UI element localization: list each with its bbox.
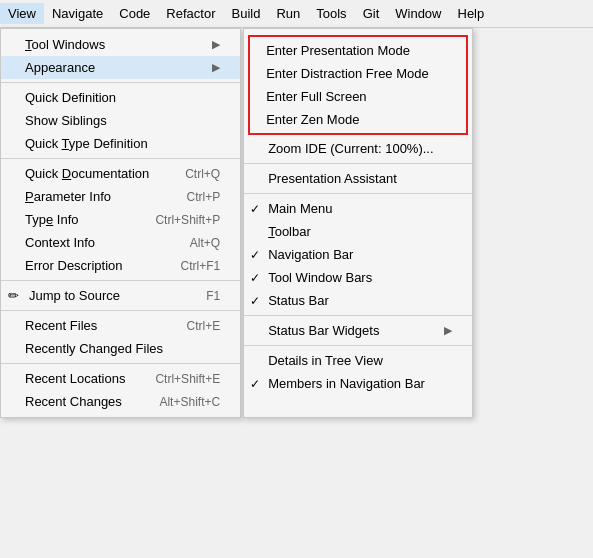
menu-quick-type-definition[interactable]: Quick Type Definition <box>1 132 240 155</box>
toolbar-label: Toolbar <box>268 224 311 239</box>
navigation-bar-label: Navigation Bar <box>268 247 353 262</box>
menu-quick-definition[interactable]: Quick Definition <box>1 86 240 109</box>
menubar-window[interactable]: Window <box>387 3 449 24</box>
members-in-navigation-bar-checkmark: ✓ <box>250 377 260 391</box>
appearance-label: Appearance <box>25 60 95 75</box>
show-siblings-label: Show Siblings <box>25 113 107 128</box>
enter-zen-mode-label: Enter Zen Mode <box>266 112 359 127</box>
menubar-navigate[interactable]: Navigate <box>44 3 111 24</box>
menu-presentation-assistant[interactable]: Presentation Assistant <box>244 167 472 190</box>
status-bar-label: Status Bar <box>268 293 329 308</box>
menu-parameter-info[interactable]: Parameter Info Ctrl+P <box>1 185 240 208</box>
type-info-label: Type Info <box>25 212 79 227</box>
menu-navigation-bar[interactable]: ✓ Navigation Bar <box>244 243 472 266</box>
context-info-label: Context Info <box>25 235 95 250</box>
menu-tool-windows[interactable]: Tool Windows ▶ <box>1 33 240 56</box>
menu-tool-window-bars[interactable]: ✓ Tool Window Bars <box>244 266 472 289</box>
main-menu-checkmark: ✓ <box>250 202 260 216</box>
tool-window-bars-label: Tool Window Bars <box>268 270 372 285</box>
menu-status-bar-widgets[interactable]: Status Bar Widgets ▶ <box>244 319 472 342</box>
separator-2 <box>1 158 240 159</box>
menu-toolbar[interactable]: Toolbar <box>244 220 472 243</box>
status-bar-checkmark: ✓ <box>250 294 260 308</box>
menu-main-menu[interactable]: ✓ Main Menu <box>244 197 472 220</box>
members-in-navigation-bar-label: Members in Navigation Bar <box>268 376 425 391</box>
separator-r3 <box>244 315 472 316</box>
jump-to-source-shortcut: F1 <box>176 289 220 303</box>
menu-error-description[interactable]: Error Description Ctrl+F1 <box>1 254 240 277</box>
menu-appearance[interactable]: Appearance ▶ <box>1 56 240 79</box>
dropdown-container: Tool Windows ▶ Appearance ▶ Quick Defini… <box>0 28 473 418</box>
menu-quick-documentation[interactable]: Quick Documentation Ctrl+Q <box>1 162 240 185</box>
error-description-shortcut: Ctrl+F1 <box>150 259 220 273</box>
menubar: View Navigate Code Refactor Build Run To… <box>0 0 593 28</box>
quick-definition-label: Quick Definition <box>25 90 116 105</box>
status-bar-widgets-label: Status Bar Widgets <box>268 323 379 338</box>
separator-r2 <box>244 193 472 194</box>
status-bar-widgets-arrow: ▶ <box>444 324 452 337</box>
jump-to-source-icon: ✏ <box>5 288 21 303</box>
tool-window-bars-checkmark: ✓ <box>250 271 260 285</box>
separator-r4 <box>244 345 472 346</box>
menu-enter-distraction-free-mode[interactable]: Enter Distraction Free Mode <box>250 62 466 85</box>
separator-5 <box>1 363 240 364</box>
enter-distraction-free-mode-label: Enter Distraction Free Mode <box>266 66 429 81</box>
menubar-git[interactable]: Git <box>355 3 388 24</box>
error-description-label: Error Description <box>25 258 123 273</box>
details-in-tree-view-label: Details in Tree View <box>268 353 383 368</box>
menu-enter-presentation-mode[interactable]: Enter Presentation Mode <box>250 39 466 62</box>
menu-members-in-navigation-bar[interactable]: ✓ Members in Navigation Bar <box>244 372 472 395</box>
type-info-shortcut: Ctrl+Shift+P <box>125 213 220 227</box>
menu-recent-files[interactable]: Recent Files Ctrl+E <box>1 314 240 337</box>
menubar-tools[interactable]: Tools <box>308 3 354 24</box>
tool-windows-arrow: ▶ <box>212 38 220 51</box>
separator-4 <box>1 310 240 311</box>
menu-enter-full-screen[interactable]: Enter Full Screen <box>250 85 466 108</box>
menu-show-siblings[interactable]: Show Siblings <box>1 109 240 132</box>
menubar-run[interactable]: Run <box>268 3 308 24</box>
menu-recent-changes[interactable]: Recent Changes Alt+Shift+C <box>1 390 240 413</box>
recent-files-shortcut: Ctrl+E <box>156 319 220 333</box>
presentation-assistant-label: Presentation Assistant <box>268 171 397 186</box>
recent-locations-label: Recent Locations <box>25 371 125 386</box>
recently-changed-files-label: Recently Changed Files <box>25 341 163 356</box>
menu-jump-to-source[interactable]: ✏ Jump to Source F1 <box>1 284 240 307</box>
quick-documentation-label: Quick Documentation <box>25 166 149 181</box>
menu-recent-locations[interactable]: Recent Locations Ctrl+Shift+E <box>1 367 240 390</box>
separator-r1 <box>244 163 472 164</box>
main-menu-label: Main Menu <box>268 201 332 216</box>
menubar-build[interactable]: Build <box>223 3 268 24</box>
parameter-info-label: Parameter Info <box>25 189 111 204</box>
menu-details-in-tree-view[interactable]: Details in Tree View <box>244 349 472 372</box>
menubar-refactor[interactable]: Refactor <box>158 3 223 24</box>
zoom-ide-label: Zoom IDE (Current: 100%)... <box>268 141 433 156</box>
presentation-modes-group: Enter Presentation Mode Enter Distractio… <box>248 35 468 135</box>
separator-3 <box>1 280 240 281</box>
recent-changes-label: Recent Changes <box>25 394 122 409</box>
right-panel: Enter Presentation Mode Enter Distractio… <box>243 28 473 418</box>
parameter-info-shortcut: Ctrl+P <box>156 190 220 204</box>
appearance-arrow: ▶ <box>212 61 220 74</box>
menu-context-info[interactable]: Context Info Alt+Q <box>1 231 240 254</box>
recent-changes-shortcut: Alt+Shift+C <box>129 395 220 409</box>
recent-locations-shortcut: Ctrl+Shift+E <box>125 372 220 386</box>
enter-presentation-mode-label: Enter Presentation Mode <box>266 43 410 58</box>
separator-1 <box>1 82 240 83</box>
tool-windows-label: Tool Windows <box>25 37 105 52</box>
jump-to-source-label: Jump to Source <box>25 288 120 303</box>
menu-enter-zen-mode[interactable]: Enter Zen Mode <box>250 108 466 131</box>
menu-type-info[interactable]: Type Info Ctrl+Shift+P <box>1 208 240 231</box>
recent-files-label: Recent Files <box>25 318 97 333</box>
menubar-view[interactable]: View <box>0 3 44 24</box>
navigation-bar-checkmark: ✓ <box>250 248 260 262</box>
menubar-help[interactable]: Help <box>450 3 493 24</box>
enter-full-screen-label: Enter Full Screen <box>266 89 366 104</box>
menu-zoom-ide[interactable]: Zoom IDE (Current: 100%)... <box>244 137 472 160</box>
context-info-shortcut: Alt+Q <box>160 236 220 250</box>
quick-documentation-shortcut: Ctrl+Q <box>155 167 220 181</box>
menu-status-bar[interactable]: ✓ Status Bar <box>244 289 472 312</box>
left-panel: Tool Windows ▶ Appearance ▶ Quick Defini… <box>0 28 241 418</box>
quick-type-definition-label: Quick Type Definition <box>25 136 148 151</box>
menu-recently-changed-files[interactable]: Recently Changed Files <box>1 337 240 360</box>
menubar-code[interactable]: Code <box>111 3 158 24</box>
